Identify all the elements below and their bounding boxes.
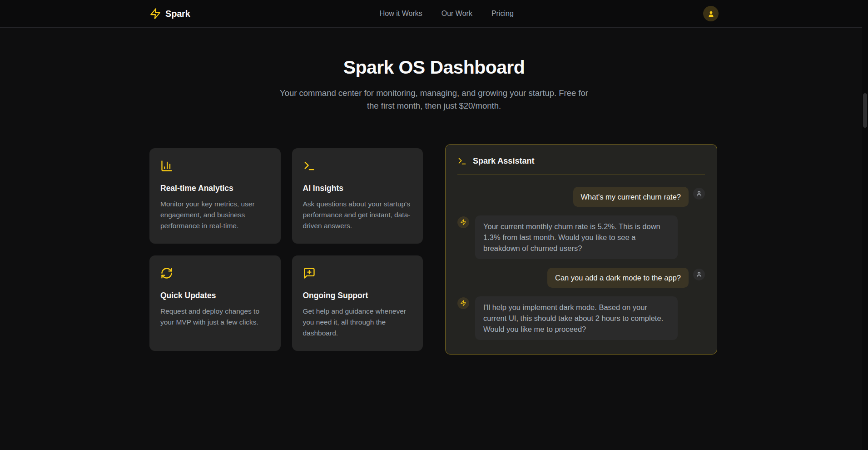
- brand-logo[interactable]: Spark: [149, 8, 190, 20]
- feature-description: Request and deploy changes to your MVP w…: [160, 306, 270, 328]
- feature-description: Monitor your key metrics, user engagemen…: [160, 199, 270, 231]
- chat-message-user: What's my current churn rate?: [457, 187, 705, 207]
- chat-message-user: Can you add a dark mode to the app?: [457, 268, 705, 288]
- assistant-title: Spark Assistant: [473, 156, 534, 166]
- feature-grid: Real-time Analytics Monitor your key met…: [149, 148, 423, 351]
- brand-name: Spark: [165, 9, 190, 19]
- assistant-avatar: [457, 297, 469, 309]
- nav-link-our-work[interactable]: Our Work: [441, 10, 472, 18]
- feature-description: Ask questions about your startup's perfo…: [303, 199, 412, 231]
- hero-section: Spark OS Dashboard Your command center f…: [0, 28, 868, 112]
- assistant-message-bubble: Your current monthly churn rate is 5.2%.…: [475, 215, 678, 259]
- feature-title: Real-time Analytics: [160, 184, 270, 193]
- refresh-icon: [160, 267, 270, 281]
- feature-card-realtime-analytics[interactable]: Real-time Analytics Monitor your key met…: [149, 148, 281, 244]
- message-square-plus-icon: [303, 267, 412, 281]
- chat-message-assistant: Your current monthly churn rate is 5.2%.…: [457, 215, 705, 259]
- user-avatar: [693, 269, 705, 280]
- chat-message-assistant: I'll help you implement dark mode. Based…: [457, 296, 705, 340]
- nav-links: How it Works Our Work Pricing: [380, 10, 514, 18]
- user-message-bubble: Can you add a dark mode to the app?: [547, 268, 689, 288]
- feature-card-ongoing-support[interactable]: Ongoing Support Get help and guidance wh…: [292, 255, 423, 351]
- user-icon: [696, 190, 702, 197]
- feature-title: AI Insights: [303, 184, 412, 193]
- page-scrollbar[interactable]: [862, 0, 868, 450]
- user-avatar-button[interactable]: [703, 6, 719, 21]
- terminal-icon: [303, 160, 412, 174]
- feature-description: Get help and guidance whenever you need …: [303, 306, 412, 339]
- chart-column-icon: [160, 160, 270, 174]
- page-title: Spark OS Dashboard: [0, 57, 868, 78]
- main-content: Real-time Analytics Monitor your key met…: [149, 144, 719, 355]
- scrollbar-thumb[interactable]: [863, 93, 867, 128]
- nav-link-how-it-works[interactable]: How it Works: [380, 10, 422, 18]
- zap-icon: [149, 8, 161, 20]
- zap-icon: [460, 219, 466, 225]
- user-avatar: [693, 188, 705, 200]
- feature-card-quick-updates[interactable]: Quick Updates Request and deploy changes…: [149, 255, 281, 351]
- user-icon: [696, 271, 702, 278]
- user-icon: [707, 10, 715, 18]
- terminal-icon: [457, 156, 467, 166]
- nav-link-pricing[interactable]: Pricing: [491, 10, 514, 18]
- user-message-bubble: What's my current churn rate?: [573, 187, 689, 207]
- assistant-header: Spark Assistant: [457, 156, 705, 175]
- navbar: Spark How it Works Our Work Pricing: [0, 0, 868, 28]
- spark-assistant-panel: Spark Assistant What's my current churn …: [445, 144, 717, 355]
- feature-title: Quick Updates: [160, 291, 270, 300]
- assistant-message-bubble: I'll help you implement dark mode. Based…: [475, 296, 678, 340]
- chat-messages: What's my current churn rate? Your curre…: [457, 187, 705, 340]
- feature-title: Ongoing Support: [303, 291, 412, 300]
- feature-card-ai-insights[interactable]: AI Insights Ask questions about your sta…: [292, 148, 423, 244]
- assistant-avatar: [457, 216, 469, 228]
- hero-subtitle: Your command center for monitoring, mana…: [278, 87, 591, 112]
- zap-icon: [460, 300, 466, 306]
